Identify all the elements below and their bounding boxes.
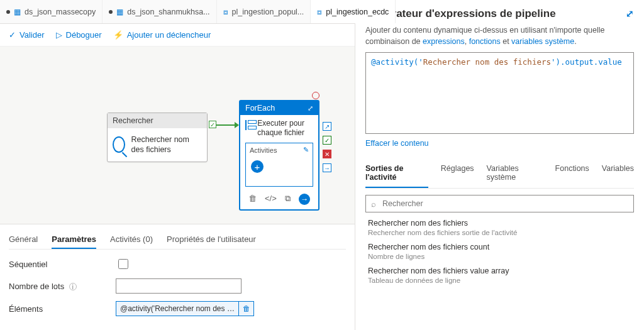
pipeline-icon: ⧈ [223,8,228,16]
delete-icon[interactable]: 🗑 [248,194,257,205]
dataset-icon: ▦ [116,8,123,16]
validate-button[interactable]: ✓ Valider [9,30,45,40]
tab-ds-json-shanmukhsa[interactable]: ▦ ds_json_shanmukhsa... [103,0,216,23]
completion-handle-icon[interactable]: ↗ [323,122,331,131]
tab-system-variables[interactable]: Variables système [487,159,543,188]
foreach-activity[interactable]: ForEach ⤢ Executer pour chaque fichier A… [239,100,319,211]
pipeline-canvas[interactable]: Rechercher Rechercher nom des fichiers ✓… [0,47,355,224]
list-item[interactable]: Rechercher nom des fichiers Rechercher n… [365,212,634,236]
debug-label: Déboguer [66,30,102,40]
add-activity-button[interactable]: + [251,160,264,173]
list-item-title: Rechercher nom des fichiers count [368,243,631,251]
tab-functions[interactable]: Fonctions [555,159,589,188]
lightning-icon: ⚡ [113,30,123,40]
tab-settings[interactable]: Réglages [441,159,474,188]
tab-activities[interactable]: Activités (0) [110,231,153,249]
sysvars-link[interactable]: variables système [511,37,574,46]
clear-content-link[interactable]: Effacer le contenu [365,139,634,148]
dependency-handles: ↗ ✓ ✕ → [323,122,331,172]
search-input[interactable] [381,199,628,209]
editor-tabs: ▦ ds_json_massecopy ▦ ds_json_shanmukhsa… [0,0,355,24]
list-item[interactable]: Rechercher nom des fichiers value array … [365,260,634,284]
unsaved-dot-icon [109,10,113,14]
expressions-link[interactable]: expressions [423,37,465,46]
activity-name-label: Rechercher nom des fichiers [131,135,202,155]
tab-userprops[interactable]: Propriétés de l'utilisateur [167,231,256,249]
breakpoint-icon[interactable] [312,92,319,99]
search-box[interactable]: ⌕ [365,195,634,212]
batch-input[interactable] [116,278,242,294]
validate-label: Valider [19,30,45,40]
tab-parameters[interactable]: Paramètres [52,231,96,249]
failure-handle-icon[interactable]: ✕ [323,150,331,158]
maximize-icon[interactable]: ⤢ [626,8,634,19]
go-icon[interactable]: → [299,194,310,205]
tab-pl-ingestion-ecdc[interactable]: ⧈ pl_ingestion_ecdc [311,0,396,23]
tab-general[interactable]: Général [9,231,38,249]
list-item-subtitle: Tableau de données de ligne [368,277,631,284]
iteration-icon [245,120,252,130]
sequential-label: Séquentiel [9,260,116,269]
code-icon[interactable]: </> [265,194,277,205]
play-icon: ▷ [56,30,62,40]
tab-ds-json-massecopy[interactable]: ▦ ds_json_massecopy [0,0,103,23]
success-handle-icon[interactable]: ✓ [323,136,331,145]
help-text: Ajouter du contenu dynamique ci-dessus e… [365,25,634,47]
tab-label: ds_json_shanmukhsa... [127,8,209,16]
list-item-subtitle: Nombre de lignes [368,253,631,260]
sequential-checkbox[interactable] [118,259,128,269]
success-handle-icon[interactable]: ✓ [209,121,216,128]
tab-pl-ingestion-popul[interactable]: ⧈ pl_ingestion_popul... [217,0,311,23]
tab-label: ds_json_massecopy [25,8,96,16]
elements-expression-field[interactable]: @activity('Rechercher nom des fichie... … [116,301,254,316]
unsaved-dot-icon [6,10,10,14]
pipeline-icon: ⧈ [317,8,322,16]
activity-name-label: Executer pour chaque fichier [257,119,313,138]
debug-button[interactable]: ▷ Déboguer [56,30,102,40]
dataset-icon: ▦ [14,8,21,16]
batch-label: Nombre de lots i [9,282,116,291]
activity-type-label: Rechercher [108,113,207,128]
trigger-label: Ajouter un déclencheur [127,30,211,40]
elements-value-text: @activity('Rechercher nom des fichie... [116,304,238,313]
tab-label: pl_ingestion_popul... [232,8,304,16]
lookup-activity[interactable]: Rechercher Rechercher nom des fichiers [107,113,208,162]
check-icon: ✓ [9,30,16,40]
search-icon: ⌕ [371,199,376,209]
inner-activities-label: Activities [250,146,277,154]
expression-textarea[interactable]: @activity('Rechercher nom des fichiers')… [365,52,634,134]
outputs-list: Rechercher nom des fichiers Rechercher n… [365,212,634,284]
tab-activity-outputs[interactable]: Sorties de l'activité [365,159,428,188]
skip-handle-icon[interactable]: → [323,163,331,172]
add-trigger-button[interactable]: ⚡ Ajouter un déclencheur [113,30,211,40]
expand-icon[interactable]: ⤢ [308,104,313,113]
list-item-title: Rechercher nom des fichiers value array [368,267,631,275]
elements-label: Éléments [9,304,116,314]
list-item-title: Rechercher nom des fichiers [368,219,631,228]
delete-expression-icon[interactable]: 🗑 [238,302,253,316]
info-icon[interactable]: i [69,283,77,290]
properties-panel: Général Paramètres Activités (0) Proprié… [0,224,355,330]
functions-link[interactable]: fonctions [469,37,501,46]
pipeline-toolbar: ✓ Valider ▷ Déboguer ⚡ Ajouter un déclen… [0,24,355,47]
search-icon [113,136,125,153]
activity-type-label: ForEach [245,104,275,113]
success-connector: ✓ [209,124,239,126]
list-item[interactable]: Rechercher nom des fichiers count Nombre… [365,236,634,260]
expression-builder-panel: Générateur d'expressions de pipeline ⤢ A… [355,0,644,330]
inner-activities-container[interactable]: Activities ✎ + [245,143,313,187]
tab-variables[interactable]: Variables [602,159,634,188]
list-item-subtitle: Rechercher nom des fichiers sortie de l'… [368,229,631,236]
copy-icon[interactable]: ⧉ [285,194,291,205]
tab-label: pl_ingestion_ecdc [326,8,389,16]
edit-icon[interactable]: ✎ [303,146,309,154]
